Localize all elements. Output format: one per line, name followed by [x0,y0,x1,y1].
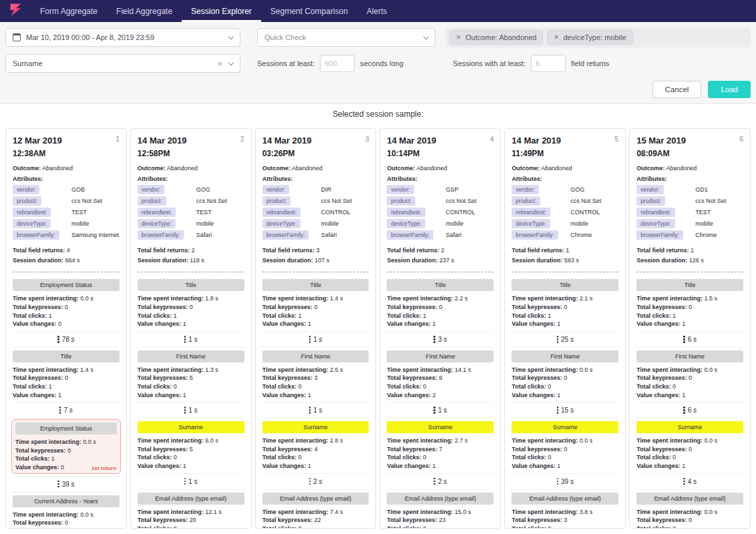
vertical-dots-icon [57,481,59,488]
field-select[interactable]: Surname × [5,54,240,73]
tab-field-aggregate[interactable]: Field Aggregate [107,0,182,22]
attribute-value: mobile [321,220,369,227]
dashed-divider [138,272,244,272]
attribute-key: product: [13,196,41,206]
attribute-row: vendor:GSP [387,185,494,194]
remove-tag-icon[interactable]: × [456,33,461,41]
clicks-metric-label: Total clicks: [636,525,671,529]
time-spent-metric: Time spent interacting: 2.7 s [387,437,494,445]
clicks-metric-label: Total clicks: [636,383,671,390]
dashed-divider [512,272,618,272]
value-changes-metric-label: Value changes: [15,464,59,471]
returns-filter: Sessions with at least: field returns [453,55,609,72]
time-gap: 78 s [13,331,120,348]
session-duration-label: Session duration: [387,257,437,264]
time-spent-metric: Time spent interacting: 0.0 s [512,366,618,374]
clicks-metric: Total clicks: 0 [138,525,244,529]
seconds-input[interactable] [320,55,355,72]
vertical-dots-icon [433,407,435,414]
clicks-metric-label: Total clicks: [512,525,546,529]
tab-alerts[interactable]: Alerts [357,0,397,22]
keypresses-metric: Total keypresses: 0 [512,303,618,312]
time-spent-metric-label: Time spent interacting: [262,295,329,302]
clicks-metric: Total clicks: 1 [13,312,120,320]
clear-selection-icon[interactable]: × [217,59,222,69]
time-spent-metric-label: Time spent interacting: [13,295,79,302]
date-range-picker[interactable]: Mar 10, 2019 00:00 - Apr 8, 2019 23:59 [5,28,240,47]
attribute-key: browserFamily: [138,230,184,240]
clicks-metric: Total clicks: 0 [138,382,244,391]
keypresses-metric: Total keypresses: 5 [138,374,244,382]
session-duration: Session duration: 593 s [512,256,618,265]
attribute-value: ccs Not Set [570,198,618,204]
field-block: Email Address (type email)Time spent int… [636,493,743,529]
keypresses-metric: Total keypresses: 0 [262,303,369,312]
chevron-down-icon [228,59,234,65]
remove-tag-icon[interactable]: × [554,33,558,41]
quick-check-select[interactable]: Quick Check [257,28,435,47]
field-name: First Name [262,350,369,362]
zuko-logo[interactable] [0,0,31,22]
time-gap: 39 s [13,476,120,493]
attribute-row: browserFamily:Samsung Internet [13,230,120,240]
time-spent-metric-label: Time spent interacting: [636,366,703,373]
keypresses-metric: Total keypresses: 9 [387,374,494,382]
attribute-key: deviceType: [13,219,51,228]
outcome-label: Outcome: [13,165,41,172]
dashed-divider [262,272,369,272]
attribute-key: vendor: [138,185,164,194]
clicks-metric-label: Total clicks: [262,312,297,319]
attribute-row: vendor:GOG [512,185,618,194]
dashed-divider [13,272,120,272]
gap-duration: 1 s [188,336,197,343]
clicks-metric-label: Total clicks: [387,454,421,461]
field-returns-input[interactable] [531,55,566,72]
outcome-label: Outcome: [262,165,291,172]
attribute-key: rebrandtest: [387,208,425,217]
clicks-metric: Total clicks: 1 [15,455,117,463]
time-gap: 6 s [636,331,743,348]
load-button[interactable]: Load [708,81,751,98]
field-block: Current Address - YearsTime spent intera… [13,495,120,529]
keypresses-metric: Total keypresses: 7 [387,445,494,454]
keypresses-metric-label: Total keypresses: [512,374,562,381]
field-block: First NameTime spent interacting: 0.0 sT… [636,350,743,399]
value-changes-metric: Value changes: 1 [138,391,244,400]
time-spent-metric-label: Time spent interacting: [262,366,329,373]
attribute-row: rebrandtest:CONTROL [512,208,618,217]
keypresses-metric-label: Total keypresses: [15,447,65,454]
outcome-label: Outcome: [387,165,415,172]
keypresses-metric: Total keypresses: 5 [138,445,244,454]
time-spent-metric: Time spent interacting: 2.1 s [512,294,618,303]
time-gap: 4 s [636,473,743,490]
filter-tag[interactable]: ×Outcome: Abandoned [449,30,543,45]
field-name: Title [13,350,120,362]
cancel-button[interactable]: Cancel [652,81,702,98]
keypresses-metric: Total keypresses: 0 [512,374,618,382]
total-field-returns-label: Total field returns: [387,247,439,254]
attribute-value: CONTROL [445,209,494,216]
clicks-metric-label: Total clicks: [262,383,297,390]
time-spent-metric-label: Time spent interacting: [512,509,578,515]
session-duration-label: Session duration: [512,257,562,264]
vertical-dots-icon [184,336,186,343]
attribute-key: deviceType: [512,219,550,228]
field-block: TitleTime spent interacting: 1.4 sTotal … [13,350,120,399]
value-changes-metric-label: Value changes: [636,463,681,469]
tab-form-aggregate[interactable]: Form Aggregate [31,0,107,22]
clicks-metric: Total clicks: 0 [262,525,369,529]
tab-segment-comparison[interactable]: Segment Comparison [261,0,357,22]
attribute-value: CONTROL [570,209,618,216]
attributes-label: Attributes: [138,175,244,184]
value-changes-metric-label: Value changes: [387,320,431,327]
attribute-value: ccs Not Set [445,198,494,204]
tab-session-explorer[interactable]: Session Explorer [182,0,261,22]
vertical-dots-icon [184,478,186,485]
field-name: Title [512,279,618,291]
value-changes-metric-label: Value changes: [512,463,556,469]
value-changes-metric: Value changes: 1 [262,391,369,400]
keypresses-metric-label: Total keypresses: [13,519,63,526]
session-index: 6 [739,136,743,143]
filter-tag[interactable]: ×deviceType: mobile [547,30,632,45]
field-block: TitleTime spent interacting: 1.8 sTotal … [138,279,244,328]
